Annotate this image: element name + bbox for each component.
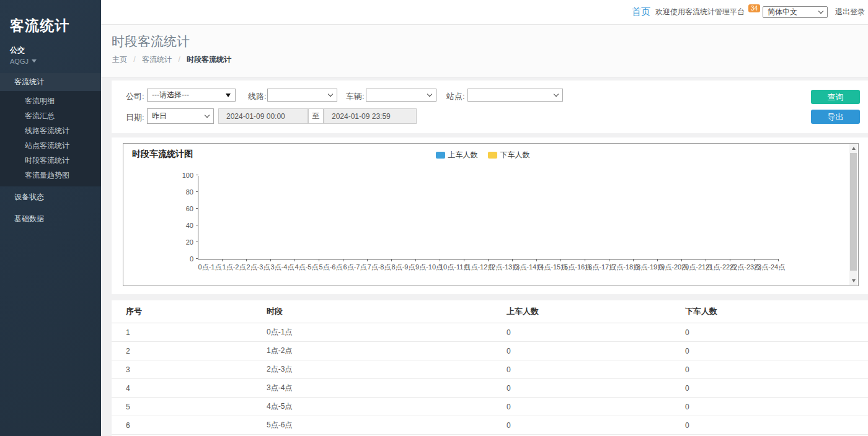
- x-axis-tick: [464, 259, 464, 261]
- x-axis-tick: [609, 259, 609, 261]
- language-select[interactable]: 简体中文: [763, 6, 828, 18]
- x-axis-tick: [367, 259, 368, 261]
- x-axis-label: 21点-22点: [706, 263, 730, 272]
- x-axis-label: 7点-8点: [367, 263, 391, 272]
- x-axis-label: 6点-7点: [343, 263, 367, 272]
- legend-item[interactable]: 下车人数: [488, 150, 530, 160]
- table-cell: 6: [112, 416, 252, 435]
- y-axis-tick: [196, 208, 198, 209]
- table-body: 10点-1点0021点-2点0032点-3点0043点-4点0054点-5点00…: [112, 323, 868, 436]
- x-axis-label: 19点-20点: [657, 263, 681, 272]
- sidebar-submenu-item[interactable]: 站点客流统计: [0, 138, 101, 153]
- table-cell: 4点-5点: [252, 398, 492, 416]
- sidebar-submenu-item[interactable]: 时段客流统计: [0, 153, 101, 168]
- org-code-dropdown[interactable]: AQGJ: [0, 56, 101, 65]
- chart-plot: 020406080100: [198, 176, 779, 259]
- sidebar-submenu-item[interactable]: 线路客流统计: [0, 123, 101, 138]
- title-band: 时段客流统计 主页 / 客流统计 / 时段客流统计: [101, 25, 868, 77]
- sidebar-submenu-item[interactable]: 客流量趋势图: [0, 168, 101, 183]
- sidebar-submenu-item[interactable]: 客流明细: [0, 94, 101, 108]
- x-axis-tick: [633, 259, 634, 261]
- table-row: 65点-6点00: [112, 416, 868, 435]
- table-cell: 0: [671, 323, 868, 342]
- table-cell: 2: [112, 342, 252, 360]
- sidebar-item-device-status[interactable]: 设备状态: [0, 186, 101, 208]
- table-cell: 0: [492, 342, 671, 360]
- y-axis-tick: [196, 175, 198, 175]
- scroll-up-icon[interactable]: [849, 144, 857, 152]
- legend-swatch: [488, 152, 497, 159]
- export-button[interactable]: 导出: [811, 110, 860, 124]
- company-select[interactable]: ---请选择---: [147, 89, 236, 102]
- x-axis-label: 11点-12点: [464, 263, 488, 272]
- x-axis-label: 22点-23点: [730, 263, 754, 272]
- table-row: 32点-3点00: [112, 360, 868, 379]
- table-cell: 3点-4点: [252, 379, 492, 398]
- scroll-down-icon[interactable]: [849, 277, 857, 285]
- table-cell: 5: [112, 398, 252, 416]
- x-axis-label: 16点-17点: [585, 263, 609, 272]
- x-axis-label: 8点-9点: [391, 263, 415, 272]
- sidebar-item-base-data[interactable]: 基础数据: [0, 208, 101, 230]
- date-end-input[interactable]: 2024-01-09 23:59: [324, 108, 417, 124]
- table-cell: 0: [492, 360, 671, 379]
- welcome-text: 欢迎使用客流统计管理平台: [655, 7, 745, 17]
- x-axis-label: 1点-2点: [222, 263, 246, 272]
- y-axis-tick-label: 60: [175, 205, 193, 212]
- table-row: 10点-1点00: [112, 323, 868, 342]
- x-axis-tick: [440, 259, 440, 261]
- scrollbar-thumb[interactable]: [850, 153, 857, 271]
- sidebar-submenu-item[interactable]: 客流汇总: [0, 108, 101, 123]
- table-row: 43点-4点00: [112, 379, 868, 398]
- table-cell: 3: [112, 360, 252, 379]
- notification-badge[interactable]: 34: [748, 4, 760, 12]
- table-cell: 1: [112, 323, 252, 342]
- x-axis-tick: [246, 259, 247, 261]
- x-axis-tick: [560, 259, 561, 261]
- x-axis-tick: [415, 259, 416, 261]
- station-select[interactable]: [467, 89, 563, 102]
- y-axis-tick-label: 100: [175, 172, 193, 179]
- table-cell: 0: [671, 379, 868, 398]
- filter-panel: 公司: ---请选择--- 线路: 车辆: 站点: 日期: 昨日 2024-01…: [112, 81, 868, 133]
- x-axis-label: 9点-10点: [415, 263, 440, 272]
- table-header-cell: 下车人数: [671, 300, 868, 323]
- x-axis-label: 18点-19点: [633, 263, 657, 272]
- sidebar: 客流统计 公交 AQGJ 客流统计 客流明细客流汇总线路客流统计站点客流统计时段…: [0, 0, 101, 436]
- x-axis-label: 15点-16点: [560, 263, 585, 272]
- y-axis-tick-label: 0: [175, 255, 193, 263]
- logout-link[interactable]: 退出登录: [835, 7, 865, 17]
- x-axis-tick: [778, 259, 779, 261]
- x-axis-label: 2点-3点: [246, 263, 270, 272]
- app-logo: 客流统计: [0, 0, 101, 35]
- chevron-down-icon: [554, 92, 559, 97]
- line-label: 线路:: [248, 91, 267, 102]
- query-button[interactable]: 查询: [811, 90, 860, 104]
- x-axis-tick: [512, 259, 513, 261]
- table-cell: 4: [112, 379, 252, 398]
- y-axis-tick-label: 80: [175, 188, 193, 196]
- x-axis-tick: [294, 259, 295, 261]
- table-header-cell: 序号: [112, 300, 252, 323]
- vehicle-select[interactable]: [366, 89, 436, 102]
- breadcrumb-home[interactable]: 主页: [112, 55, 127, 64]
- x-axis-label: 5点-6点: [319, 263, 343, 272]
- x-axis-tick: [585, 259, 585, 261]
- y-axis-tick-label: 20: [175, 238, 193, 246]
- table-cell: 0: [492, 323, 671, 342]
- breadcrumb-section[interactable]: 客流统计: [142, 55, 172, 64]
- sidebar-section-passenger-stats[interactable]: 客流统计: [0, 73, 101, 91]
- table-cell: 0: [671, 398, 868, 416]
- company-label: 公司:: [126, 91, 144, 102]
- date-start-input[interactable]: 2024-01-09 00:00: [218, 108, 308, 124]
- y-axis-tick: [196, 258, 198, 259]
- data-table-panel: 序号时段上车人数下车人数 10点-1点0021点-2点0032点-3点0043点…: [112, 300, 868, 436]
- home-link[interactable]: 首页: [632, 6, 650, 18]
- x-axis-tick: [754, 259, 755, 261]
- x-axis-tick: [222, 259, 223, 261]
- chart-scrollbar[interactable]: [849, 144, 857, 285]
- date-preset-select[interactable]: 昨日: [147, 108, 214, 124]
- line-select[interactable]: [267, 89, 337, 102]
- legend-item[interactable]: 上车人数: [436, 150, 478, 160]
- x-axis-tick: [270, 259, 271, 261]
